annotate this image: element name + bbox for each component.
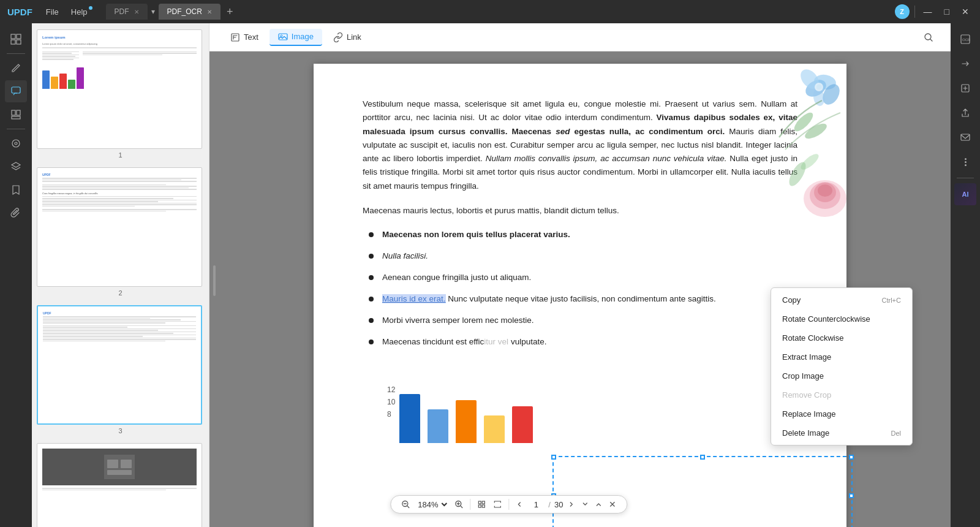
minimize-btn[interactable]: —	[920, 7, 936, 17]
thumb-label-3: 3	[37, 427, 204, 434]
zoom-in-btn[interactable]	[453, 499, 465, 509]
thumbnail-item-4[interactable]: 4	[37, 443, 204, 527]
page-up-btn[interactable]	[594, 499, 603, 510]
ctx-delete[interactable]: Delete Image Del	[771, 423, 912, 442]
svg-rect-42	[478, 505, 481, 507]
tab-pdf-close[interactable]: ✕	[134, 9, 139, 15]
svg-point-32	[799, 151, 821, 172]
next-page-btn[interactable]	[567, 499, 576, 510]
ctx-extract[interactable]: Extract Image	[771, 347, 912, 366]
sidebar-divider-2	[7, 129, 25, 129]
svg-rect-2	[11, 40, 15, 44]
svg-rect-47	[961, 134, 970, 140]
tab-dropdown[interactable]: ▾	[148, 5, 159, 18]
bullet-item-6: Maecenas tincidunt est efficitur vel vul…	[369, 336, 797, 349]
content-area: Text Image Link	[209, 23, 951, 527]
right-divider	[957, 178, 974, 178]
ctx-copy[interactable]: Copy Ctrl+C	[771, 290, 912, 309]
right-sidebar: OCR AI	[951, 23, 980, 527]
svg-point-21	[820, 81, 843, 107]
toolbar-image-label: Image	[292, 32, 314, 41]
page-down-btn[interactable]	[580, 499, 590, 510]
svg-rect-40	[478, 501, 481, 504]
svg-rect-3	[17, 40, 21, 44]
bullet-item-5: Morbi viverra semper lorem nec molestie.	[369, 314, 797, 327]
svg-point-26	[803, 121, 829, 142]
menu-help[interactable]: Help	[65, 5, 94, 19]
thumbnail-item-3[interactable]: UPDF	[37, 305, 204, 434]
thumbnail-item-2[interactable]: UPDF Cras fringilla massa magna, in frin…	[37, 167, 204, 297]
right-icon-ai[interactable]: AI	[954, 183, 976, 205]
svg-rect-13	[107, 470, 132, 475]
page-separator: /	[548, 500, 551, 509]
bullet-item-3: Aenean congue fringilla justo ut aliquam…	[369, 271, 797, 284]
zoom-out-btn[interactable]	[399, 499, 412, 509]
sidebar-icon-layers[interactable]	[5, 156, 27, 178]
svg-point-28	[810, 182, 840, 209]
toolbar-text-btn[interactable]: Text	[222, 29, 267, 45]
svg-point-23	[815, 83, 823, 91]
sidebar-icon-attach[interactable]	[5, 202, 27, 224]
sidebar-icon-edit[interactable]	[5, 57, 27, 79]
ctx-remove-crop: Remove Crop	[771, 385, 912, 404]
close-btn[interactable]: ✕	[958, 7, 973, 17]
ctx-rotate-cw[interactable]: Rotate Clockwise	[771, 328, 912, 347]
tab-add[interactable]: +	[221, 3, 239, 21]
sidebar-icon-thumbnails[interactable]	[5, 28, 27, 50]
search-btn[interactable]	[919, 28, 938, 47]
toolbar-link-label: Link	[347, 32, 361, 42]
right-icon-share[interactable]	[954, 102, 976, 124]
toolbar: Text Image Link	[209, 23, 951, 51]
sidebar-icon-comment[interactable]	[5, 80, 27, 102]
toolbar-link-btn[interactable]: Link	[325, 29, 370, 45]
svg-rect-12	[121, 460, 132, 468]
tab-pdf[interactable]: PDF ✕	[106, 4, 148, 20]
menu-file[interactable]: File	[40, 5, 65, 19]
svg-point-27	[804, 180, 846, 217]
fit-page-btn[interactable]	[475, 499, 488, 509]
sidebar-icon-tools[interactable]	[5, 132, 27, 154]
ctx-copy-shortcut: Ctrl+C	[882, 297, 901, 304]
right-icon-more[interactable]	[954, 151, 976, 173]
zoom-select[interactable]: 184% 100% 150% 200%	[415, 499, 449, 510]
maximize-btn[interactable]: □	[941, 7, 953, 17]
pdf-page: Vestibulum neque massa, scelerisque sit …	[314, 64, 846, 527]
svg-point-30	[818, 184, 832, 197]
prev-page-btn[interactable]	[514, 499, 524, 510]
right-icon-compress[interactable]	[954, 77, 976, 99]
left-sidebar	[0, 23, 32, 527]
ctx-replace[interactable]: Replace Image	[771, 404, 912, 423]
svg-point-18	[802, 77, 829, 100]
ctx-rotate-ccw[interactable]: Rotate Counterclockwise	[771, 309, 912, 328]
tab-ocr-close[interactable]: ✕	[207, 9, 212, 15]
pagination-bar: 184% 100% 150% 200%	[390, 495, 627, 514]
svg-point-24	[816, 85, 821, 89]
svg-rect-11	[107, 460, 118, 468]
svg-rect-6	[17, 110, 20, 115]
right-icon-mail[interactable]	[954, 126, 976, 148]
context-menu: Copy Ctrl+C Rotate Counterclockwise Rota…	[771, 287, 913, 445]
ctx-crop[interactable]: Crop Image	[771, 366, 912, 385]
tab-ocr[interactable]: PDF_OCR ✕	[159, 4, 221, 20]
thumb-label-1: 1	[37, 151, 204, 159]
sidebar-icon-bookmark[interactable]	[5, 179, 27, 201]
bullet-item-2: Nulla facilisi.	[369, 250, 797, 263]
svg-point-29	[814, 183, 836, 202]
page-input[interactable]	[527, 500, 545, 509]
avatar: Z	[895, 4, 910, 19]
thumbnail-panel: Lorem ipsum Lorem ipsum dolor sit amet, …	[32, 23, 209, 527]
app-logo[interactable]: UPDF	[0, 7, 40, 17]
scroll-indicator	[213, 265, 216, 296]
pdf-paragraph-2: Maecenas mauris lectus, lobortis et puru…	[363, 204, 797, 218]
thumbnail-item-1[interactable]: Lorem ipsum Lorem ipsum dolor sit amet, …	[37, 29, 204, 159]
pdf-viewport[interactable]: Vestibulum neque massa, scelerisque sit …	[209, 51, 951, 527]
sidebar-icon-organize[interactable]	[5, 104, 27, 126]
fit-width-btn[interactable]	[491, 499, 503, 509]
right-icon-ocr[interactable]: OCR	[954, 28, 976, 50]
ctx-delete-shortcut: Del	[891, 430, 901, 437]
right-icon-convert[interactable]	[954, 53, 976, 75]
toolbar-image-btn[interactable]: Image	[270, 29, 322, 46]
close-bar-btn[interactable]: ✕	[607, 499, 618, 510]
svg-point-8	[12, 140, 20, 147]
svg-rect-4	[12, 87, 20, 93]
